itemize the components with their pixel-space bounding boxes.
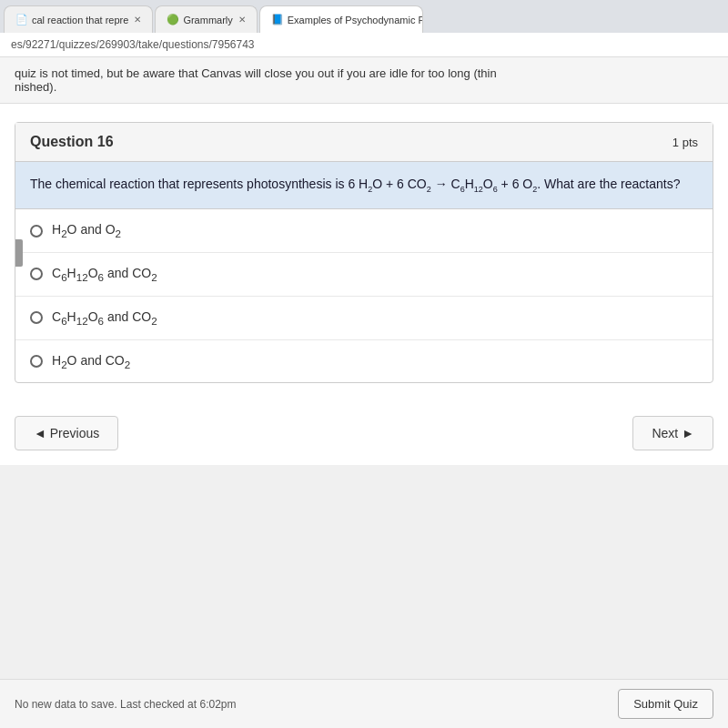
- address-bar: es/92271/quizzes/269903/take/questions/7…: [0, 33, 728, 57]
- answer-options: H2O and O2 C6H12O6 and CO2 C6H12O6 and C…: [15, 209, 713, 382]
- next-button[interactable]: Next ►: [632, 416, 713, 450]
- radio-b[interactable]: [30, 268, 43, 280]
- answer-option-b[interactable]: C6H12O6 and CO2: [15, 253, 713, 297]
- tab-close-reaction[interactable]: ✕: [134, 15, 141, 25]
- notice-bar: quiz is not timed, but be aware that Can…: [0, 57, 728, 104]
- question-prompt: The chemical reaction that represents ph…: [15, 162, 713, 209]
- answer-label-b: C6H12O6 and CO2: [52, 266, 157, 283]
- answer-option-a[interactable]: H2O and O2: [15, 209, 713, 253]
- answer-label-d: H2O and CO2: [52, 353, 130, 370]
- tab-close-grammarly[interactable]: ✕: [238, 15, 246, 25]
- answer-label-c: C6H12O6 and CO2: [52, 309, 157, 327]
- radio-a[interactable]: [30, 225, 43, 238]
- notice-text-line2: nished).: [15, 80, 713, 94]
- footer-status: No new data to save. Last checked at 6:0…: [15, 698, 236, 711]
- tab-icon-psychodynamic: 📘: [271, 14, 284, 25]
- question-header: Question 16 1 pts: [15, 123, 713, 162]
- answer-label-a: H2O and O2: [52, 222, 121, 239]
- radio-d[interactable]: [30, 355, 43, 368]
- question-number: Question 16: [30, 134, 114, 150]
- question-points: 1 pts: [672, 136, 698, 149]
- tab-psychodynamic[interactable]: 📘 Examples of Psychodynamic P... ✕: [259, 5, 423, 33]
- radio-c[interactable]: [30, 311, 43, 324]
- question-container: Question 16 1 pts The chemical reaction …: [15, 122, 713, 383]
- bookmark-indicator: [15, 239, 23, 267]
- answer-option-d[interactable]: H2O and CO2: [15, 340, 713, 383]
- address-text[interactable]: es/92271/quizzes/269903/take/questions/7…: [11, 38, 255, 51]
- navigation-bar: ◄ Previous Next ►: [0, 401, 728, 465]
- tab-icon-grammarly: 🟢: [167, 14, 179, 25]
- tab-icon-reaction: 📄: [15, 14, 28, 25]
- browser-tabs: 📄 cal reaction that repre ✕ 🟢 Grammarly …: [0, 0, 728, 33]
- footer-bar: No new data to save. Last checked at 6:0…: [0, 679, 728, 728]
- previous-button[interactable]: ◄ Previous: [15, 416, 118, 450]
- tab-reaction[interactable]: 📄 cal reaction that repre ✕: [4, 5, 153, 33]
- submit-quiz-button[interactable]: Submit Quiz: [618, 689, 713, 719]
- tab-grammarly[interactable]: 🟢 Grammarly ✕: [155, 5, 257, 33]
- answer-option-c[interactable]: C6H12O6 and CO2: [15, 297, 713, 340]
- page-content: quiz is not timed, but be aware that Can…: [0, 57, 728, 465]
- notice-text-line1: quiz is not timed, but be aware that Can…: [15, 66, 713, 80]
